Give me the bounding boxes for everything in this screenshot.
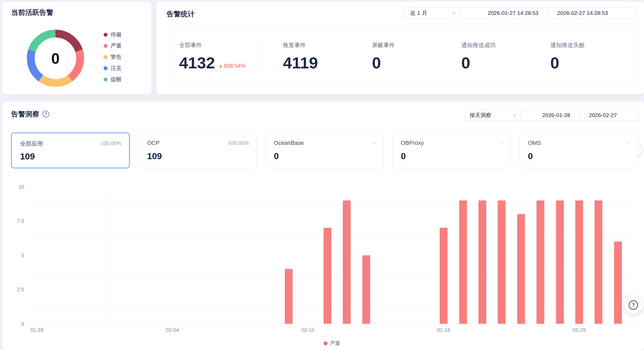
stat-value: 0 — [372, 55, 381, 71]
chart-bar[interactable] — [595, 200, 602, 324]
h-gridline — [27, 238, 636, 238]
chart-legend-label: 严重 — [330, 340, 340, 347]
app-count: 0 — [401, 151, 406, 161]
app-percent: 100.00% — [228, 140, 249, 146]
help-fab-button[interactable]: ? — [624, 296, 642, 314]
legend-item[interactable]: 严重 — [104, 42, 122, 50]
h-gridline — [27, 272, 636, 273]
stats-range-select-value: 近 1 月 — [410, 9, 427, 17]
legend-item[interactable]: 警告 — [104, 53, 122, 61]
stat-delta: ▲ 508.54% — [219, 63, 245, 69]
app-name: 全部应用 — [20, 140, 43, 148]
alert-stats-title: 告警统计 — [167, 9, 195, 19]
legend-dot-icon — [104, 55, 108, 59]
stat-label: 全部事件 — [179, 41, 202, 49]
legend-item[interactable]: 注意 — [104, 64, 122, 72]
stat-value: 4132 — [179, 55, 215, 71]
app-count: 109 — [20, 151, 35, 161]
legend-dot-icon — [104, 66, 108, 70]
h-gridline — [27, 204, 636, 204]
x-axis-label: 02-25 — [567, 327, 591, 333]
arrow-right-icon: → — [545, 10, 551, 16]
legend-label: 警告 — [111, 53, 122, 61]
chart-bar[interactable] — [536, 200, 544, 324]
app-name: OMS — [528, 140, 541, 146]
chart-bar[interactable] — [517, 214, 525, 324]
v-gridline — [240, 187, 241, 324]
delta-up-icon: ▲ — [219, 64, 223, 68]
x-axis-label: 01-28 — [25, 327, 49, 333]
app-percent: 100.00% — [101, 140, 121, 146]
stats-summary-box: 全部事件 4132 ▲ 508.54% 恢复事件 4119 屏蔽事件 0 通知推… — [169, 29, 638, 83]
chart-legend-item[interactable]: 严重 — [324, 340, 340, 347]
active-alerts-card: 当前活跃告警 0 停服 严重 警告 注意 提醒 — [2, 2, 151, 94]
app-filter-card[interactable]: OMS - 0 — [519, 133, 638, 168]
app-count: 109 — [147, 151, 162, 161]
chart-legend: 严重 — [27, 340, 636, 347]
x-axis-label: 02-04 — [161, 327, 184, 333]
legend-label: 提醒 — [111, 76, 122, 83]
chart-bar[interactable] — [614, 242, 622, 324]
legend-label: 严重 — [111, 42, 122, 49]
chevron-down-icon: ∨ — [452, 11, 456, 15]
app-filter-card[interactable]: OBProxy - 0 — [392, 133, 511, 168]
y-axis-label: 2.5 — [9, 286, 24, 293]
app-percent: - — [374, 140, 376, 146]
chart-bar[interactable] — [575, 200, 583, 324]
app-name: OceanBase — [274, 140, 304, 146]
stats-divider — [262, 37, 262, 76]
legend-dot-icon — [104, 33, 108, 37]
stat-label: 通知推送失败 — [550, 41, 585, 49]
x-axis-label: 02-11 — [296, 327, 320, 333]
x-axis-tick — [37, 324, 37, 326]
v-gridline — [105, 187, 105, 324]
active-alerts-title: 当前活跃告警 — [11, 8, 53, 17]
chart-bar[interactable] — [343, 200, 351, 324]
stats-range-start: 2026-01-27 14:28:53 — [488, 10, 539, 16]
x-axis-tick — [579, 324, 579, 326]
delta-value: 508.54% — [224, 63, 245, 69]
chart-bar[interactable] — [324, 228, 331, 324]
app-name: OBProxy — [401, 140, 424, 146]
chart-bar[interactable] — [556, 200, 564, 324]
v-gridline — [512, 187, 512, 324]
chart-bar[interactable] — [440, 228, 447, 324]
y-axis-label: 10 — [9, 183, 24, 190]
stat-label: 屏蔽事件 — [372, 41, 395, 49]
active-alerts-legend: 停服 严重 警告 注意 提醒 — [104, 31, 122, 83]
app-percent: - — [501, 140, 503, 146]
x-axis-tick — [308, 324, 308, 326]
legend-dot-icon — [324, 341, 327, 345]
legend-item[interactable]: 停服 — [104, 31, 122, 38]
app-filter-card[interactable]: OCP 100.00% 109 — [138, 133, 257, 168]
stat-value: 0 — [461, 55, 470, 71]
stats-range-select[interactable]: 近 1 月 ∨ — [405, 7, 460, 19]
chart-bar[interactable] — [362, 255, 370, 324]
chart-bar[interactable] — [498, 200, 506, 324]
legend-item[interactable]: 提醒 — [104, 75, 122, 83]
x-axis-tick — [444, 324, 444, 326]
app-count: 0 — [528, 151, 533, 161]
x-axis-line — [27, 324, 636, 324]
legend-label: 停服 — [111, 31, 122, 38]
stats-date-range-picker[interactable]: 2026-01-27 14:28:53 → 2026-02-27 14:28:5… — [460, 7, 636, 19]
x-axis-label: 02-18 — [432, 327, 455, 333]
h-gridline — [27, 307, 636, 307]
y-axis-label: 0 — [9, 320, 24, 327]
alarm-dashboard-page: { "colors": { "accent_blue": "#3a72f8", … — [0, 0, 644, 350]
chart-bar[interactable] — [478, 200, 486, 324]
legend-label: 注意 — [111, 64, 122, 72]
chart-bar[interactable] — [285, 269, 293, 324]
active-alerts-donut-chart[interactable]: 0 — [27, 30, 84, 87]
v-gridline — [376, 187, 376, 324]
alert-stats-card: 告警统计 近 1 月 ∨ 2026-01-27 14:28:53 → 2026-… — [156, 2, 644, 94]
chart-bar[interactable] — [459, 200, 467, 324]
app-filter-card[interactable]: 全部应用 100.00% 109 — [11, 133, 130, 168]
stat-value: 0 — [550, 55, 559, 71]
stat-label: 恢复事件 — [283, 41, 306, 49]
alert-insight-card: 告警洞察 ? 按天洞察 ∨ 2026-01-28 → 2026-02-27 › … — [2, 102, 644, 350]
legend-dot-icon — [104, 44, 108, 48]
app-filter-card[interactable]: OceanBase - 0 — [265, 133, 384, 168]
app-name: OCP — [147, 140, 160, 146]
app-percent: - — [628, 140, 630, 146]
